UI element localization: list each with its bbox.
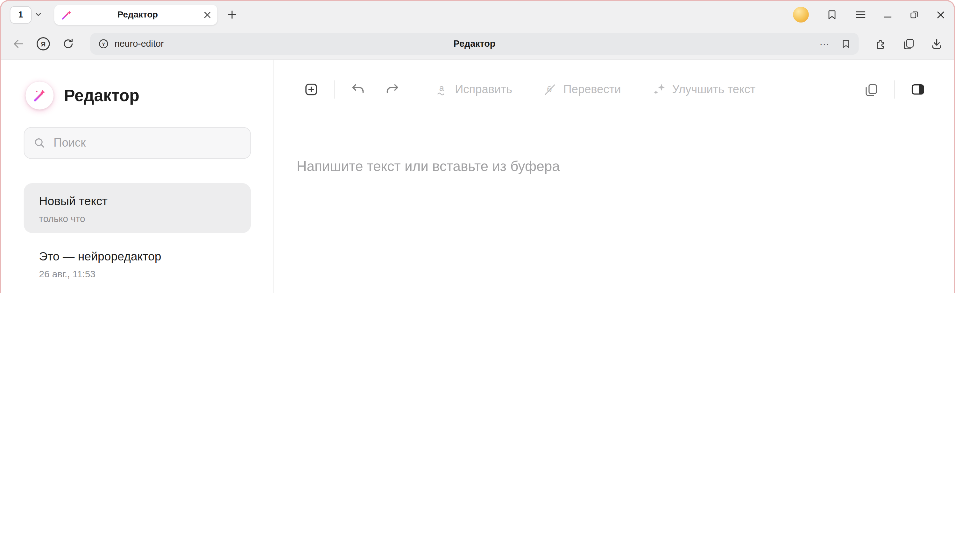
back-icon[interactable] [11,37,25,50]
tab-counter-button[interactable]: 1 [10,6,32,23]
svg-text:б: б [547,84,552,94]
bookmark-flag-icon[interactable] [841,38,851,49]
sidebar-bookmark-icon[interactable] [826,9,838,21]
improve-text-button[interactable]: Улучшить текст [651,82,755,97]
avatar[interactable] [793,7,809,23]
new-tab-button[interactable] [227,10,237,20]
editor-canvas[interactable]: Напишите текст или вставьте из буфера [274,109,954,293]
app-logo-row: Редактор [24,81,251,109]
window-minimize-button[interactable] [883,10,892,19]
reload-icon[interactable] [61,37,75,50]
navigation-bar: Я Y neuro-editor Редактор … [1,28,954,59]
download-icon[interactable] [930,37,944,50]
toolbar-divider [334,80,335,98]
window-close-button[interactable] [936,10,946,19]
app-content: Редактор Новый текст только что Это — не… [1,60,954,293]
document-list: Новый текст только что Это — нейроредакт… [24,183,251,293]
search-box[interactable] [24,127,251,159]
editor-placeholder: Напишите текст или вставьте из буфера [297,158,925,175]
app-logo-wand-icon [25,81,53,109]
toolbar-divider [894,80,895,98]
svg-text:Я: Я [41,40,45,47]
fix-text-label: Исправить [455,83,512,96]
address-right-group: … [819,38,851,49]
tab-list-chevron-icon[interactable] [35,11,42,18]
doc-title: Это — нейроредактор [39,248,236,265]
yandex-home-icon[interactable]: Я [35,36,51,51]
panel-toggle-icon[interactable] [910,81,926,97]
app-title: Редактор [64,86,139,105]
window-restore-button[interactable] [910,10,919,20]
svg-text:Y: Y [102,41,105,47]
undo-icon[interactable] [350,81,366,97]
tab-editor[interactable]: Редактор [54,5,218,25]
address-site-group: Y neuro-editor [98,38,164,49]
extensions-puzzle-icon[interactable] [874,37,888,50]
nav-right-icons [874,37,944,50]
fix-text-button[interactable]: а Исправить [434,82,512,97]
wand-icon [60,9,72,20]
url-text: neuro-editor [114,39,164,49]
search-icon [33,137,45,149]
doc-time: 26 авг., 11:53 [39,269,236,280]
svg-text:а: а [439,83,444,93]
browser-window: 1 Редактор [0,0,955,293]
list-item[interactable]: Это — нейроредактор 26 авг., 11:53 [24,239,251,289]
translate-icon: б [543,82,557,97]
menu-hamburger-icon[interactable] [855,10,866,20]
list-item[interactable]: Новый текст только что [24,183,251,233]
improve-text-label: Улучшить текст [672,83,755,96]
collections-icon[interactable] [902,37,916,50]
editor-toolbar: а Исправить б Перевести Улучшить текст [274,60,954,110]
sparkles-icon [651,82,666,97]
tab-close-icon[interactable] [204,11,211,19]
tab-strip: 1 Редактор [1,1,954,28]
doc-time: только что [39,214,236,225]
spellcheck-icon: а [434,82,449,97]
redo-icon[interactable] [384,81,400,97]
translate-button[interactable]: б Перевести [543,82,621,97]
site-icon[interactable]: Y [98,38,109,49]
copy-icon[interactable] [864,82,879,97]
browser-chrome: 1 Редактор [1,1,954,60]
search-input[interactable] [53,136,241,150]
address-bar[interactable]: Y neuro-editor Редактор … [90,33,859,55]
translate-label: Перевести [564,83,621,96]
sidebar: Редактор Новый текст только что Это — не… [1,60,274,293]
new-document-icon[interactable] [304,81,319,97]
chrome-right-controls [793,7,945,23]
page-title: Редактор [90,39,859,49]
editor-pane: а Исправить б Перевести Улучшить текст [274,60,954,293]
tab-title: Редактор [72,10,204,20]
more-actions-icon[interactable]: … [819,39,830,48]
doc-title: Новый текст [39,193,236,209]
